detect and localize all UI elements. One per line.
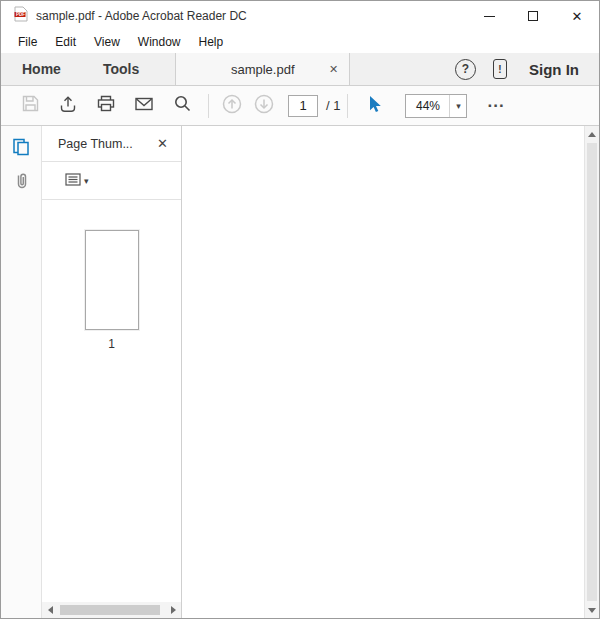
panel-close-icon[interactable]: ✕: [157, 137, 168, 150]
minimize-icon: [484, 16, 495, 17]
email-button[interactable]: [125, 87, 163, 125]
menu-help[interactable]: Help: [190, 31, 233, 53]
tab-gap: [160, 53, 175, 85]
sign-in-button[interactable]: Sign In: [529, 61, 579, 78]
document-vertical-scrollbar[interactable]: [584, 126, 599, 618]
close-icon: ✕: [572, 10, 583, 23]
navigation-pane-strip: [1, 126, 42, 618]
save-button[interactable]: [11, 87, 49, 125]
ellipsis-icon: ...: [487, 92, 504, 111]
document-tab-close-icon[interactable]: ✕: [329, 64, 338, 75]
search-button[interactable]: [163, 87, 201, 125]
scroll-down-button[interactable]: [585, 602, 599, 618]
vertical-scroll-thumb[interactable]: [587, 143, 597, 601]
panel-title: Page Thum...: [58, 137, 157, 151]
zoom-value: 44%: [406, 95, 449, 117]
next-page-button[interactable]: [248, 87, 280, 125]
mobile-device-button[interactable]: !: [493, 59, 507, 79]
thumbnail-options-icon[interactable]: [65, 172, 81, 190]
select-tool-button[interactable]: [355, 87, 393, 125]
titlebar: PDF sample.pdf - Adobe Acrobat Reader DC…: [1, 1, 599, 31]
tab-document[interactable]: sample.pdf ✕: [175, 53, 350, 85]
page-thumbnails-panel: Page Thum... ✕ ▾ 1: [42, 126, 182, 618]
cursor-pointer-icon: [365, 94, 383, 118]
chevron-down-icon[interactable]: ▾: [84, 176, 89, 186]
toolbar: / 1 44% ▾ ...: [1, 86, 599, 126]
tabbar: Home Tools sample.pdf ✕ ? ! Sign In: [1, 53, 599, 86]
toolbar-divider: [208, 94, 209, 118]
chevron-down-icon[interactable]: ▾: [449, 95, 466, 117]
menu-edit[interactable]: Edit: [46, 31, 85, 53]
mobile-icon: !: [498, 64, 501, 75]
arrow-down-icon: [588, 608, 596, 613]
menu-file[interactable]: File: [9, 31, 46, 53]
app-window: PDF sample.pdf - Adobe Acrobat Reader DC…: [0, 0, 600, 619]
save-icon: [21, 94, 40, 117]
scroll-up-button[interactable]: [585, 126, 599, 142]
scroll-right-button[interactable]: [165, 602, 181, 618]
search-icon: [173, 94, 192, 117]
arrow-left-icon: [48, 606, 53, 614]
panel-horizontal-scrollbar[interactable]: [42, 602, 181, 618]
minimize-button[interactable]: [467, 1, 511, 31]
page-thumbnail[interactable]: [85, 230, 139, 330]
arrow-right-icon: [171, 606, 176, 614]
svg-text:PDF: PDF: [16, 12, 25, 17]
tab-home[interactable]: Home: [1, 53, 82, 85]
document-canvas[interactable]: [182, 126, 584, 618]
page-thumbnails-icon: [11, 137, 31, 161]
previous-page-button[interactable]: [216, 87, 248, 125]
attachments-tab[interactable]: [1, 166, 41, 200]
pdf-file-icon: PDF: [14, 6, 28, 26]
menu-window[interactable]: Window: [129, 31, 190, 53]
arrow-up-icon: [588, 132, 596, 137]
share-button[interactable]: [49, 87, 87, 125]
page-number-input[interactable]: [288, 95, 318, 117]
help-button[interactable]: ?: [455, 59, 476, 80]
close-button[interactable]: ✕: [555, 1, 599, 31]
panel-header: Page Thum... ✕: [42, 126, 181, 162]
tab-tools[interactable]: Tools: [82, 53, 160, 85]
zoom-select[interactable]: 44% ▾: [405, 94, 467, 118]
arrow-up-circle-icon: [221, 93, 243, 119]
cloud-upload-icon: [58, 94, 78, 118]
window-title: sample.pdf - Adobe Acrobat Reader DC: [36, 9, 467, 23]
arrow-down-circle-icon: [253, 93, 275, 119]
menubar: File Edit View Window Help: [1, 31, 599, 53]
horizontal-scroll-thumb[interactable]: [60, 605, 160, 615]
print-button[interactable]: [87, 87, 125, 125]
page-thumbnails-tab[interactable]: [1, 132, 41, 166]
toolbar-divider: [347, 94, 348, 118]
help-icon: ?: [462, 62, 469, 76]
maximize-button[interactable]: [511, 1, 555, 31]
scroll-left-button[interactable]: [42, 602, 58, 618]
envelope-icon: [134, 96, 154, 116]
document-tab-label: sample.pdf: [231, 62, 295, 77]
menu-view[interactable]: View: [85, 31, 129, 53]
page-count-label: / 1: [326, 98, 340, 113]
printer-icon: [96, 94, 116, 117]
panel-options-row: ▾: [42, 162, 181, 200]
maximize-icon: [528, 11, 538, 21]
paperclip-icon: [12, 171, 31, 195]
tabbar-spacer: [350, 53, 455, 85]
more-tools-button[interactable]: ...: [487, 99, 504, 113]
thumbnail-page-number: 1: [42, 337, 181, 351]
